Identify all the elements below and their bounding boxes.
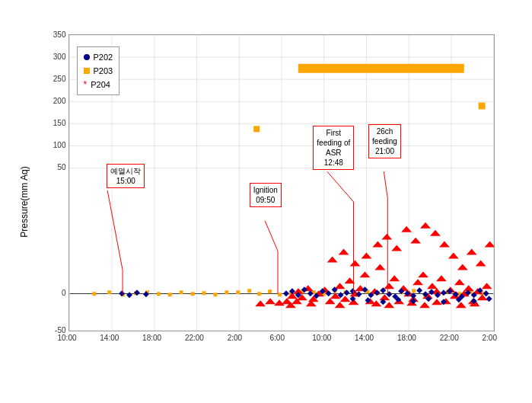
svg-marker-87 bbox=[427, 283, 438, 289]
svg-marker-106 bbox=[384, 302, 394, 308]
svg-rect-57 bbox=[225, 290, 228, 294]
legend-item-p204: * P204 bbox=[84, 78, 113, 91]
svg-marker-68 bbox=[334, 283, 345, 289]
svg-marker-122 bbox=[429, 229, 440, 235]
annotation-ignition-text2: 09:50 bbox=[256, 196, 275, 204]
y-tick-150: 150 bbox=[53, 119, 66, 127]
svg-marker-89 bbox=[435, 275, 446, 281]
svg-marker-129 bbox=[255, 300, 266, 306]
svg-marker-118 bbox=[391, 245, 402, 251]
svg-marker-93 bbox=[454, 279, 464, 285]
svg-marker-124 bbox=[448, 252, 458, 258]
legend-item-p203: P203 bbox=[84, 64, 113, 78]
y-tick-100: 100 bbox=[53, 141, 66, 149]
svg-line-185 bbox=[327, 171, 353, 202]
svg-marker-108 bbox=[419, 302, 430, 308]
x-tick-2200b: 22:00 bbox=[440, 334, 459, 342]
svg-rect-24 bbox=[247, 289, 251, 293]
svg-marker-121 bbox=[420, 222, 431, 228]
svg-rect-25 bbox=[257, 292, 261, 296]
svg-marker-76 bbox=[374, 264, 385, 270]
svg-rect-51 bbox=[156, 292, 160, 296]
svg-marker-132 bbox=[282, 290, 288, 296]
chart-wrapper: Pressure(mm Aq) Time(hr) bbox=[23, 27, 510, 377]
annotation-ignition: Ignition 09:50 bbox=[250, 183, 282, 207]
annotation-ignition-text1: Ignition bbox=[253, 186, 278, 194]
svg-marker-120 bbox=[410, 237, 421, 243]
svg-rect-52 bbox=[167, 293, 171, 296]
svg-rect-47 bbox=[107, 290, 111, 294]
legend-label-p202: P202 bbox=[94, 50, 113, 64]
svg-rect-56 bbox=[213, 293, 217, 296]
annotation-feeding-text4: 12:48 bbox=[324, 158, 343, 167]
svg-marker-130 bbox=[265, 298, 276, 304]
svg-rect-21 bbox=[253, 126, 260, 132]
svg-line-183 bbox=[265, 220, 278, 251]
y-tick-0: 0 bbox=[62, 289, 66, 297]
svg-marker-175 bbox=[486, 296, 492, 302]
svg-rect-26 bbox=[268, 289, 272, 293]
svg-marker-125 bbox=[457, 264, 467, 270]
svg-marker-78 bbox=[384, 283, 394, 289]
svg-rect-54 bbox=[190, 292, 194, 296]
x-tick-1800b: 18:00 bbox=[397, 334, 416, 342]
svg-marker-154 bbox=[416, 287, 422, 293]
svg-marker-113 bbox=[338, 248, 349, 254]
x-tick-1000b: 10:00 bbox=[312, 334, 331, 342]
legend-label-p204: P204 bbox=[91, 78, 110, 91]
legend-icon-p204: * bbox=[84, 80, 88, 89]
x-tick-1000: 10:00 bbox=[58, 334, 77, 342]
x-tick-0200b: 2:00 bbox=[483, 334, 497, 342]
annotation-26ch: 26ch feeding 21:00 bbox=[368, 124, 401, 158]
svg-marker-127 bbox=[475, 260, 486, 266]
y-tick-250: 250 bbox=[53, 75, 66, 83]
legend-color-p203 bbox=[84, 68, 90, 74]
y-tick-200: 200 bbox=[53, 97, 66, 105]
annotation-feeding-text2: feeding of bbox=[317, 139, 350, 147]
svg-rect-23 bbox=[236, 290, 240, 294]
x-tick-0600: 6:00 bbox=[270, 334, 285, 342]
annotation-26ch-text1: 26ch bbox=[377, 127, 393, 136]
annotation-first-feeding: First feeding of ASR 12:48 bbox=[313, 126, 354, 170]
annotation-feeding-text1: First bbox=[327, 129, 341, 137]
legend-item-p202: P202 bbox=[84, 50, 113, 64]
svg-marker-126 bbox=[466, 248, 476, 254]
svg-line-187 bbox=[384, 171, 387, 198]
annotation-preheating: 예열시작 15:00 bbox=[107, 164, 145, 188]
svg-rect-55 bbox=[202, 291, 205, 295]
svg-marker-165 bbox=[483, 290, 489, 296]
annotation-preheating-text1: 예열시작 bbox=[110, 167, 141, 175]
svg-line-181 bbox=[107, 190, 123, 269]
svg-rect-22 bbox=[478, 102, 485, 109]
svg-marker-103 bbox=[334, 302, 345, 308]
y-tick-350: 350 bbox=[53, 30, 66, 39]
svg-marker-117 bbox=[381, 233, 392, 239]
y-tick-300: 300 bbox=[53, 53, 66, 61]
chart-area: 350 300 250 200 150 100 50 0 -50 10:00 1… bbox=[68, 34, 495, 331]
svg-rect-46 bbox=[92, 292, 96, 296]
x-tick-1400: 14:00 bbox=[100, 334, 119, 342]
svg-marker-73 bbox=[359, 271, 370, 277]
legend-label-p203: P203 bbox=[94, 64, 113, 78]
svg-marker-95 bbox=[463, 285, 473, 291]
x-tick-0200: 2:00 bbox=[228, 334, 242, 342]
svg-marker-116 bbox=[372, 241, 383, 247]
x-tick-1400b: 14:00 bbox=[355, 334, 374, 342]
svg-marker-66 bbox=[324, 298, 335, 304]
svg-marker-109 bbox=[431, 299, 441, 305]
svg-marker-110 bbox=[455, 302, 466, 308]
svg-marker-99 bbox=[481, 283, 492, 289]
svg-rect-53 bbox=[179, 290, 183, 294]
svg-marker-79 bbox=[389, 275, 400, 281]
legend: P202 P203 * P204 bbox=[77, 46, 120, 95]
y-tick-50: 50 bbox=[57, 163, 65, 171]
svg-marker-115 bbox=[361, 252, 371, 258]
annotation-26ch-text3: 21:00 bbox=[375, 147, 394, 155]
svg-marker-85 bbox=[418, 271, 428, 277]
x-tick-2200: 22:00 bbox=[185, 334, 204, 342]
x-tick-1800: 18:00 bbox=[142, 334, 161, 342]
svg-marker-158 bbox=[440, 289, 446, 296]
y-axis-label: Pressure(mm Aq) bbox=[18, 166, 29, 237]
svg-marker-84 bbox=[413, 279, 423, 285]
svg-rect-20 bbox=[298, 63, 464, 72]
